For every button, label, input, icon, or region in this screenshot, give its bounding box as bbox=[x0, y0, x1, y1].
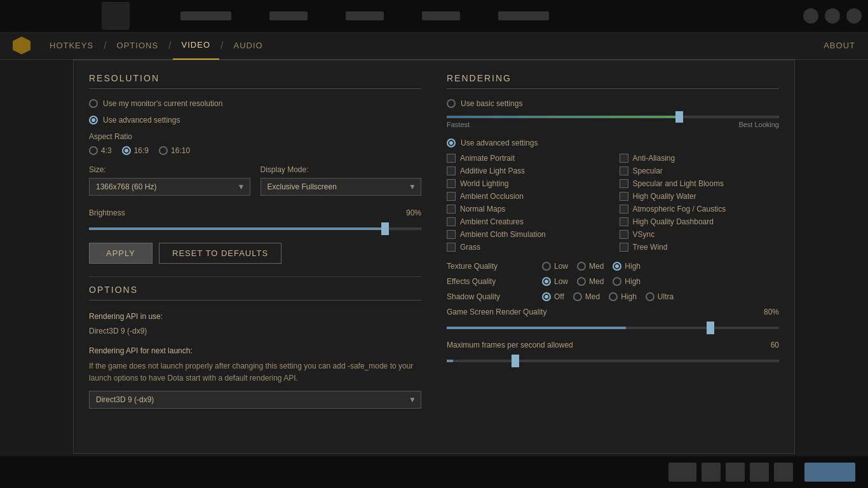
bottom-bar-icon[interactable] bbox=[702, 463, 721, 482]
reset-button[interactable]: RESET TO DEFAULTS bbox=[159, 243, 281, 264]
checkbox-atmospheric-fog-label[interactable]: Atmospheric Fog / Caustics bbox=[633, 205, 726, 214]
checkbox-specular[interactable]: Specular bbox=[620, 166, 780, 175]
radio-shadow-high[interactable] bbox=[609, 292, 618, 301]
texture-med[interactable]: Med bbox=[577, 262, 604, 271]
checkbox-grass[interactable]: Grass bbox=[447, 243, 607, 252]
checkbox-additive-light[interactable]: Additive Light Pass bbox=[447, 166, 607, 175]
aspect-16-9[interactable]: 16:9 bbox=[122, 146, 149, 155]
checkbox-hq-water[interactable]: High Quality Water bbox=[620, 192, 780, 201]
checkbox-specular-blooms-label[interactable]: Specular and Light Blooms bbox=[633, 179, 724, 188]
checkbox-atmospheric-fog[interactable]: Atmospheric Fog / Caustics bbox=[620, 205, 780, 214]
radio-basic-label[interactable]: Use basic settings bbox=[461, 99, 522, 108]
radio-effects-high[interactable] bbox=[613, 277, 621, 286]
checkbox-grass-label[interactable]: Grass bbox=[460, 243, 480, 252]
checkbox-additive-light-input[interactable] bbox=[447, 166, 456, 175]
radio-16-9[interactable] bbox=[122, 146, 131, 155]
checkbox-ambient-occlusion-input[interactable] bbox=[447, 192, 456, 201]
checkbox-ambient-cloth-label[interactable]: Ambient Cloth Simulation bbox=[460, 230, 546, 239]
fps-slider[interactable] bbox=[447, 360, 779, 362]
radio-texture-high[interactable] bbox=[613, 262, 621, 271]
checkbox-specular-blooms-input[interactable] bbox=[620, 179, 628, 188]
effects-med[interactable]: Med bbox=[577, 277, 604, 286]
checkbox-atmospheric-fog-input[interactable] bbox=[620, 205, 628, 214]
apply-button[interactable]: APPLY bbox=[89, 243, 153, 264]
checkbox-anti-aliasing[interactable]: Anti-Aliasing bbox=[620, 154, 780, 163]
checkbox-ambient-cloth-input[interactable] bbox=[447, 230, 456, 239]
checkbox-ambient-occlusion[interactable]: Ambient Occlusion bbox=[447, 192, 607, 201]
radio-monitor-label[interactable]: Use my monitor's current resolution bbox=[103, 99, 222, 108]
nav-item-hotkeys[interactable]: HOTKEYS bbox=[41, 32, 102, 60]
checkbox-ambient-cloth[interactable]: Ambient Cloth Simulation bbox=[447, 230, 607, 239]
checkbox-anti-aliasing-input[interactable] bbox=[620, 154, 628, 163]
radio-basic[interactable] bbox=[447, 99, 456, 108]
radio-shadow-ultra[interactable] bbox=[646, 292, 654, 301]
checkbox-anti-aliasing-label[interactable]: Anti-Aliasing bbox=[633, 154, 675, 163]
gsrq-slider[interactable] bbox=[447, 327, 779, 329]
radio-effects-low[interactable] bbox=[542, 277, 551, 286]
bottom-play-button[interactable] bbox=[804, 463, 855, 482]
top-bar-icon[interactable] bbox=[846, 8, 862, 24]
checkbox-world-lighting-input[interactable] bbox=[447, 179, 456, 188]
nav-item-video[interactable]: VIDEO bbox=[173, 32, 219, 60]
shadow-med[interactable]: Med bbox=[573, 292, 600, 301]
radio-advanced[interactable] bbox=[89, 116, 98, 125]
bottom-bar-icon[interactable] bbox=[774, 463, 793, 482]
checkbox-additive-light-label[interactable]: Additive Light Pass bbox=[460, 166, 525, 175]
bottom-bar-icon[interactable] bbox=[726, 463, 745, 482]
display-mode-select[interactable]: Exclusive Fullscreen Fullscreen Window W… bbox=[261, 178, 422, 196]
checkbox-hq-dashboard-label[interactable]: High Quality Dashboard bbox=[633, 217, 714, 226]
aspect-16-10[interactable]: 16:10 bbox=[159, 146, 190, 155]
nav-about[interactable]: ABOUT bbox=[824, 41, 855, 50]
checkbox-tree-wind[interactable]: Tree Wind bbox=[620, 243, 780, 252]
checkbox-specular-input[interactable] bbox=[620, 166, 628, 175]
radio-texture-med[interactable] bbox=[577, 262, 586, 271]
checkbox-animate-portrait-input[interactable] bbox=[447, 154, 456, 163]
checkbox-vsync[interactable]: VSync bbox=[620, 230, 780, 239]
radio-advanced-render-label[interactable]: Use advanced settings bbox=[461, 139, 538, 147]
checkbox-tree-wind-label[interactable]: Tree Wind bbox=[633, 243, 668, 252]
radio-texture-low[interactable] bbox=[542, 262, 551, 271]
radio-shadow-off[interactable] bbox=[542, 292, 551, 301]
effects-high[interactable]: High bbox=[613, 277, 641, 286]
checkbox-animate-portrait-label[interactable]: Animate Portrait bbox=[460, 154, 515, 163]
checkbox-world-lighting[interactable]: World Lighting bbox=[447, 179, 607, 188]
radio-shadow-med[interactable] bbox=[573, 292, 582, 301]
bottom-bar-icon[interactable] bbox=[668, 463, 696, 482]
texture-low[interactable]: Low bbox=[542, 262, 568, 271]
shadow-high[interactable]: High bbox=[609, 292, 637, 301]
checkbox-world-lighting-label[interactable]: World Lighting bbox=[460, 179, 509, 188]
bottom-bar-icon[interactable] bbox=[750, 463, 769, 482]
aspect-4-3[interactable]: 4:3 bbox=[89, 146, 112, 155]
checkbox-vsync-input[interactable] bbox=[620, 230, 628, 239]
size-select[interactable]: 868x488 (60 Hz) bbox=[89, 178, 250, 196]
radio-advanced-render[interactable] bbox=[447, 139, 456, 147]
radio-4-3[interactable] bbox=[89, 146, 98, 155]
checkbox-ambient-occlusion-label[interactable]: Ambient Occlusion bbox=[460, 192, 524, 201]
checkbox-normal-maps[interactable]: Normal Maps bbox=[447, 205, 607, 214]
radio-effects-med[interactable] bbox=[577, 277, 586, 286]
checkbox-hq-water-label[interactable]: High Quality Water bbox=[633, 192, 696, 201]
radio-16-10[interactable] bbox=[159, 146, 168, 155]
checkbox-ambient-creatures[interactable]: Ambient Creatures bbox=[447, 217, 607, 226]
checkbox-hq-dashboard-input[interactable] bbox=[620, 217, 628, 226]
checkbox-tree-wind-input[interactable] bbox=[620, 243, 628, 252]
checkbox-animate-portrait[interactable]: Animate Portrait bbox=[447, 154, 607, 163]
brightness-slider[interactable] bbox=[89, 227, 421, 230]
texture-high[interactable]: High bbox=[613, 262, 641, 271]
nav-item-audio[interactable]: AUDIO bbox=[224, 32, 271, 60]
checkbox-ambient-creatures-input[interactable] bbox=[447, 217, 456, 226]
top-bar-icon[interactable] bbox=[803, 8, 818, 24]
shadow-off[interactable]: Off bbox=[542, 292, 564, 301]
checkbox-grass-input[interactable] bbox=[447, 243, 456, 252]
api-dropdown[interactable]: Direct3D 9 (-dx9) Direct3D 11 Vulkan Ope… bbox=[89, 391, 421, 409]
radio-advanced-label[interactable]: Use advanced settings bbox=[103, 116, 180, 125]
nav-item-options[interactable]: OPTIONS bbox=[108, 32, 168, 60]
checkbox-normal-maps-label[interactable]: Normal Maps bbox=[460, 205, 505, 214]
shadow-ultra[interactable]: Ultra bbox=[646, 292, 674, 301]
checkbox-hq-water-input[interactable] bbox=[620, 192, 628, 201]
checkbox-hq-dashboard[interactable]: High Quality Dashboard bbox=[620, 217, 780, 226]
top-bar-icon[interactable] bbox=[825, 8, 840, 24]
effects-low[interactable]: Low bbox=[542, 277, 568, 286]
checkbox-specular-label[interactable]: Specular bbox=[633, 166, 663, 175]
radio-monitor[interactable] bbox=[89, 99, 98, 108]
